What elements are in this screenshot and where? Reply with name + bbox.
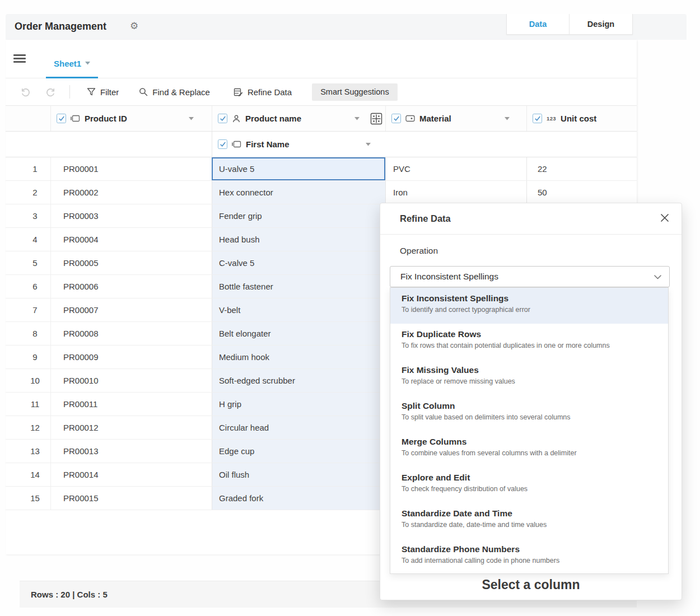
- find-replace-button[interactable]: Find & Replace: [139, 87, 210, 97]
- checkbox-checked-icon[interactable]: [218, 139, 227, 149]
- product-name-cell[interactable]: C-valve 5: [212, 251, 385, 274]
- split-column-icon[interactable]: [370, 113, 382, 125]
- option-description: To identify and correct typographical er…: [402, 306, 668, 314]
- product-name-cell[interactable]: Oil flush: [212, 463, 385, 486]
- product-id-cell[interactable]: PR00003: [50, 204, 212, 227]
- product-name-cell[interactable]: Fender grip: [212, 204, 385, 227]
- product-name-cell[interactable]: U-valve 5: [212, 157, 385, 180]
- select-a-column-text: Select a column: [380, 577, 682, 592]
- product-id-cell[interactable]: PR00011: [50, 393, 212, 416]
- product-name-cell[interactable]: H grip: [212, 393, 385, 416]
- operation-option[interactable]: Fix Inconsistent Spellings To identify a…: [390, 288, 668, 324]
- sheet-tab[interactable]: Sheet1: [46, 50, 98, 78]
- product-name-cell[interactable]: Belt elongater: [212, 322, 385, 345]
- product-id-cell[interactable]: PR00010: [50, 369, 212, 392]
- gear-icon[interactable]: ⚙: [130, 20, 138, 32]
- column-header-first-name[interactable]: First Name: [212, 132, 385, 157]
- product-id-cell[interactable]: PR00002: [50, 181, 212, 204]
- refine-data-button[interactable]: Refine Data: [234, 87, 292, 97]
- dialog-header: Refine Data: [380, 203, 682, 235]
- column-menu-caret-icon[interactable]: [505, 117, 510, 120]
- column-menu-caret-icon[interactable]: [189, 117, 194, 120]
- product-id-cell[interactable]: PR00005: [50, 251, 212, 274]
- person-icon: [232, 114, 241, 123]
- operation-option[interactable]: Fix Duplicate Rows To fix rows that cont…: [390, 324, 668, 360]
- operation-option[interactable]: Standardize Date and Time To standardize…: [390, 503, 668, 539]
- row-number: 12: [20, 416, 50, 439]
- table-row: 1 PR00001 U-valve 5 PVC 22: [6, 157, 637, 181]
- product-name-cell[interactable]: Soft-edged scrubber: [212, 369, 385, 392]
- product-id-cell[interactable]: PR00015: [50, 487, 212, 510]
- column-menu-caret-icon[interactable]: [354, 117, 360, 120]
- checkbox-checked-icon[interactable]: [57, 114, 66, 123]
- material-cell[interactable]: PVC: [385, 157, 526, 180]
- text-field-icon: [232, 141, 241, 148]
- redo-button[interactable]: [45, 87, 56, 97]
- product-id-cell[interactable]: PR00014: [50, 463, 212, 486]
- row-number: 3: [20, 204, 50, 227]
- checkbox-checked-icon[interactable]: [533, 114, 542, 123]
- product-name-cell[interactable]: Hex connector: [212, 181, 385, 204]
- refine-data-dialog: Refine Data Operation Fix Inconsistent S…: [380, 203, 682, 600]
- product-id-cell[interactable]: PR00007: [50, 298, 212, 321]
- operation-option[interactable]: Standardize Phone Numbers To add interna…: [390, 539, 668, 574]
- product-id-cell[interactable]: PR00006: [50, 275, 212, 298]
- product-id-cell[interactable]: PR00012: [50, 416, 212, 439]
- option-title: Standardize Phone Numbers: [402, 544, 668, 554]
- sub-header-row: First Name: [6, 132, 637, 157]
- product-name-cell[interactable]: V-belt: [212, 298, 385, 321]
- option-title: Standardize Date and Time: [402, 508, 668, 519]
- product-name-cell[interactable]: Head bush: [212, 228, 385, 251]
- product-id-cell[interactable]: PR00001: [50, 157, 212, 180]
- column-label: Unit cost: [561, 114, 596, 123]
- hamburger-icon[interactable]: [13, 54, 26, 63]
- chevron-down-icon: [85, 62, 90, 65]
- smart-suggestions-button[interactable]: Smart Suggestions: [312, 83, 398, 101]
- column-header-row: Product ID Product name: [6, 105, 637, 132]
- chevron-down-icon: [654, 275, 661, 279]
- product-name-cell[interactable]: Edge cup: [212, 440, 385, 463]
- undo-button[interactable]: [20, 87, 31, 97]
- operation-select[interactable]: Fix Inconsistent Spellings: [390, 266, 670, 287]
- operation-option[interactable]: Fix Missing Values To replace or remove …: [390, 360, 668, 395]
- option-description: To combine values from several columns w…: [402, 449, 668, 457]
- toolbar-separator: [69, 85, 70, 99]
- close-icon[interactable]: [660, 213, 669, 222]
- unit-cost-cell[interactable]: 50: [526, 181, 637, 204]
- column-header-unit-cost[interactable]: 123 Unit cost: [526, 106, 637, 131]
- tab-data[interactable]: Data: [507, 14, 570, 34]
- product-name-cell[interactable]: Graded fork: [212, 487, 385, 510]
- product-id-cell[interactable]: PR00008: [50, 322, 212, 345]
- product-name-cell[interactable]: Medium hook: [212, 346, 385, 368]
- column-header-material[interactable]: Material: [385, 106, 526, 131]
- row-number: 7: [20, 298, 50, 321]
- option-description: To fix rows that contain potential dupli…: [402, 342, 668, 349]
- column-header-product-name[interactable]: Product name: [212, 106, 385, 131]
- row-number: 10: [20, 369, 50, 392]
- checkbox-checked-icon[interactable]: [218, 114, 227, 123]
- column-header-product-id[interactable]: Product ID: [50, 106, 212, 131]
- row-number: 4: [20, 228, 50, 251]
- operation-option[interactable]: Explore and Edit To check frequency dist…: [390, 467, 668, 503]
- option-title: Explore and Edit: [402, 473, 668, 483]
- operation-option[interactable]: Merge Columns To combine values from sev…: [390, 431, 668, 467]
- product-id-cell[interactable]: PR00004: [50, 228, 212, 251]
- text-field-icon: [71, 115, 80, 122]
- product-name-cell[interactable]: Circular head: [212, 416, 385, 439]
- product-id-cell[interactable]: PR00009: [50, 346, 212, 368]
- search-icon: [139, 87, 148, 96]
- column-menu-caret-icon[interactable]: [366, 143, 371, 146]
- row-number: 6: [20, 275, 50, 298]
- view-switcher: Data Design: [506, 14, 633, 35]
- operation-option[interactable]: Split Column To split value based on del…: [390, 395, 668, 431]
- option-description: To standardize date, date-time and time …: [402, 521, 668, 529]
- table-row: 2 PR00002 Hex connector Iron 50: [6, 181, 637, 204]
- checkbox-checked-icon[interactable]: [391, 114, 401, 123]
- filter-button[interactable]: Filter: [87, 87, 119, 97]
- product-name-cell[interactable]: Bottle fastener: [212, 275, 385, 298]
- unit-cost-cell[interactable]: 22: [526, 157, 637, 180]
- tab-design[interactable]: Design: [570, 14, 632, 34]
- option-title: Fix Duplicate Rows: [402, 329, 668, 339]
- material-cell[interactable]: Iron: [385, 181, 526, 204]
- product-id-cell[interactable]: PR00013: [50, 440, 212, 463]
